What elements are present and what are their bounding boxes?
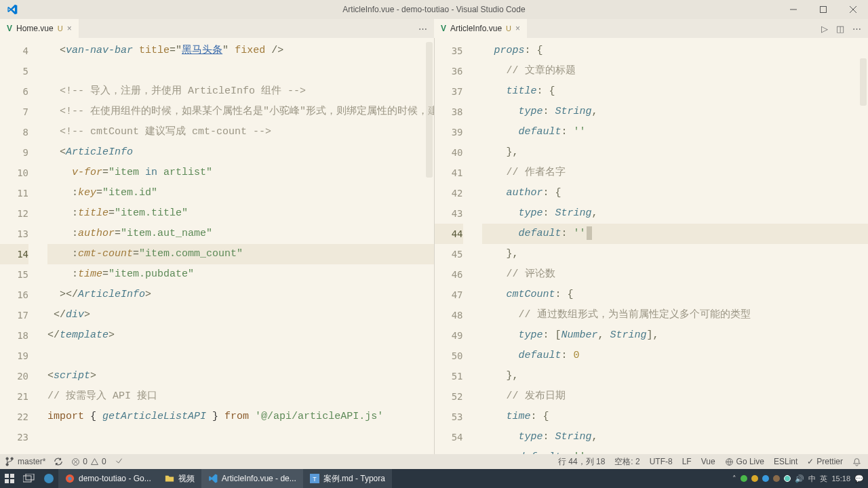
code-line[interactable]: :time="item.pubdate"	[47, 264, 434, 285]
code-line[interactable]: default: ''	[482, 224, 869, 244]
system-tray[interactable]: ˄ 🔊 中 英 15:18 💬	[732, 474, 868, 484]
code-line[interactable]	[47, 346, 434, 366]
svg-rect-10	[5, 479, 9, 483]
status-prettier[interactable]: ✓ Prettier	[807, 457, 843, 466]
code-line[interactable]: // 文章的标题	[482, 61, 869, 81]
run-icon[interactable]: ▷	[821, 24, 828, 34]
code-line[interactable]: default: ''	[482, 122, 869, 142]
status-errors[interactable]: 0 0	[71, 457, 106, 466]
taskbar-chrome[interactable]: demo-toutiao - Go...	[58, 469, 158, 488]
code-line[interactable]: :cmt-count="item.comm_count"	[47, 244, 434, 264]
code-line[interactable]: time: {	[482, 407, 869, 427]
title-bar: ArticleInfo.vue - demo-toutiao - Visual …	[0, 0, 868, 19]
code-line[interactable]	[47, 61, 434, 81]
status-selected-lines[interactable]	[115, 458, 123, 466]
code-line[interactable]: type: [Number, String],	[482, 325, 869, 346]
code-line[interactable]: default: ''	[482, 447, 869, 454]
code-line[interactable]: // 通过数组形式，为当前属性定义多个可能的类型	[482, 305, 869, 325]
code-line[interactable]: import { getArticleListAPI } from '@/api…	[47, 407, 434, 427]
code-line[interactable]: :author="item.aut_name"	[47, 224, 434, 244]
scrollbar-right[interactable]	[860, 58, 867, 106]
code-line[interactable]: :title="item.title"	[47, 203, 434, 224]
edge-button[interactable]	[39, 469, 58, 488]
taskbar-vscode[interactable]: ArticleInfo.vue - de...	[201, 469, 303, 488]
code-line[interactable]: <script>	[47, 366, 434, 386]
code-line[interactable]: },	[482, 366, 869, 386]
maximize-button[interactable]	[808, 0, 838, 19]
status-encoding[interactable]: UTF-8	[650, 457, 673, 466]
code-line[interactable]: // 作者名字	[482, 163, 869, 183]
code-line[interactable]: // 评论数	[482, 264, 869, 285]
code-line[interactable]: :key="item.id"	[47, 183, 434, 203]
code-line[interactable]: // 按需导入 API 接口	[47, 386, 434, 407]
ime-lang[interactable]: 中	[808, 474, 816, 484]
chevron-up-icon[interactable]: ˄	[732, 474, 736, 483]
code-line[interactable]: },	[482, 244, 869, 264]
tray-indicator[interactable]	[784, 475, 791, 482]
clock[interactable]: 15:18	[831, 474, 850, 483]
code-line[interactable]: <ArticleInfo	[47, 142, 434, 163]
split-icon[interactable]: ◫	[836, 24, 844, 34]
scrollbar-left[interactable]	[426, 42, 433, 178]
code-line[interactable]: author: {	[482, 183, 869, 203]
code-line[interactable]: default: 0	[482, 346, 869, 366]
task-view-button[interactable]	[19, 469, 39, 488]
taskbar: demo-toutiao - Go... 视频 ArticleInfo.vue …	[0, 469, 868, 488]
modified-badge: U	[58, 24, 63, 33]
start-button[interactable]	[0, 469, 19, 488]
status-sync[interactable]	[54, 457, 63, 466]
tray-indicator[interactable]	[762, 475, 769, 482]
code-line[interactable]: cmtCount: {	[482, 285, 869, 305]
code-line[interactable]: title: {	[482, 81, 869, 102]
status-language[interactable]: Vue	[701, 457, 715, 466]
taskbar-folder[interactable]: 视频	[158, 469, 201, 488]
code-line[interactable]: type: String,	[482, 102, 869, 122]
code-line[interactable]: <!-- 在使用组件的时候，如果某个属性名是"小驼峰"形式，则绑定属性的时候，建…	[47, 102, 434, 122]
svg-rect-12	[23, 476, 31, 482]
status-eslint[interactable]: ESLint	[774, 457, 797, 466]
code-line[interactable]: <!-- cmtCount 建议写成 cmt-count -->	[47, 122, 434, 142]
more-icon[interactable]: ⋯	[418, 24, 427, 34]
editor-split: 4567891011121314151617181920212223 <van-…	[0, 38, 868, 454]
status-notifications[interactable]	[852, 458, 861, 466]
close-icon[interactable]: ×	[67, 24, 72, 33]
code-line[interactable]	[47, 427, 434, 447]
code-line[interactable]: type: String,	[482, 203, 869, 224]
line-number: 36	[435, 61, 463, 81]
ime-mode[interactable]: 英	[820, 474, 827, 484]
status-branch[interactable]: master*	[5, 457, 45, 466]
close-button[interactable]	[838, 0, 868, 19]
code-line[interactable]: <!-- 导入，注册，并使用 ArticleInfo 组件 -->	[47, 81, 434, 102]
close-icon[interactable]: ×	[515, 24, 520, 33]
code-line[interactable]: // 发布日期	[482, 386, 869, 407]
code-line[interactable]: <van-nav-bar title="黑马头条" fixed />	[47, 41, 434, 61]
editor-left[interactable]: 4567891011121314151617181920212223 <van-…	[0, 38, 434, 454]
taskbar-typora[interactable]: T 案例.md - Typora	[303, 469, 392, 488]
code-line[interactable]: v-for="item in artlist"	[47, 163, 434, 183]
editor-right[interactable]: 3536373839404142434445464748495051525354…	[434, 38, 869, 454]
status-spaces[interactable]: 空格: 2	[614, 456, 639, 468]
tab-home-vue[interactable]: V Home.vue U ×	[0, 19, 79, 38]
code-line[interactable]: },	[482, 142, 869, 163]
status-golive[interactable]: Go Live	[725, 457, 764, 466]
code-line[interactable]: type: String,	[482, 427, 869, 447]
line-number: 38	[435, 102, 463, 122]
notifications-icon[interactable]: 💬	[854, 474, 864, 483]
line-number: 45	[435, 244, 463, 264]
tray-indicator[interactable]	[741, 475, 747, 482]
code-line[interactable]: props: {	[482, 41, 869, 61]
tray-indicator[interactable]	[751, 475, 758, 482]
line-number: 4	[0, 41, 28, 61]
svg-rect-8	[5, 474, 9, 478]
status-cursor[interactable]: 行 44，列 18	[558, 456, 605, 468]
code-line[interactable]: ></ArticleInfo>	[47, 285, 434, 305]
volume-icon[interactable]: 🔊	[795, 474, 804, 483]
minimize-button[interactable]	[778, 0, 808, 19]
tab-articleinfo-vue[interactable]: V ArticleInfo.vue U ×	[434, 19, 527, 38]
more-icon[interactable]: ⋯	[852, 24, 861, 34]
tray-indicator[interactable]	[773, 475, 780, 482]
code-line[interactable]: </template>	[47, 325, 434, 346]
window-title: ArticleInfo.vue - demo-toutiao - Visual …	[0, 5, 868, 14]
code-line[interactable]: </div>	[47, 305, 434, 325]
status-eol[interactable]: LF	[682, 457, 692, 466]
